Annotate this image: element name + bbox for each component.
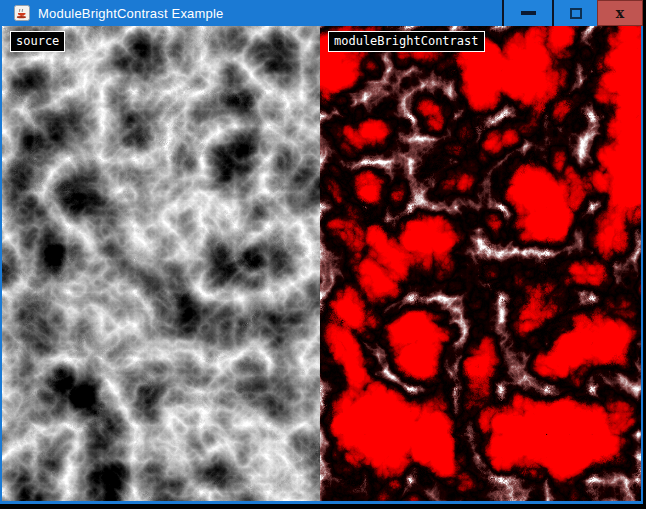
app-window: ModuleBrightContrast Example x	[0, 0, 643, 504]
titlebar[interactable]: ModuleBrightContrast Example x	[0, 0, 643, 26]
processed-image-panel: moduleBrightContrast	[320, 26, 641, 501]
maximize-button[interactable]	[552, 0, 597, 26]
minimize-button[interactable]	[502, 0, 552, 26]
java-coffee-cup-icon	[14, 5, 30, 21]
processed-noise-image	[320, 26, 641, 501]
image-viewer: source	[2, 26, 641, 501]
close-icon: x	[616, 6, 624, 20]
minimize-icon	[521, 11, 536, 15]
window-title: ModuleBrightContrast Example	[38, 6, 224, 21]
processed-image-label: moduleBrightContrast	[328, 31, 485, 52]
source-image-label: source	[10, 31, 65, 52]
window-controls: x	[502, 0, 643, 26]
source-image-panel: source	[2, 26, 320, 501]
maximize-icon	[570, 8, 582, 19]
source-noise-image	[2, 26, 320, 501]
close-button[interactable]: x	[597, 0, 643, 26]
